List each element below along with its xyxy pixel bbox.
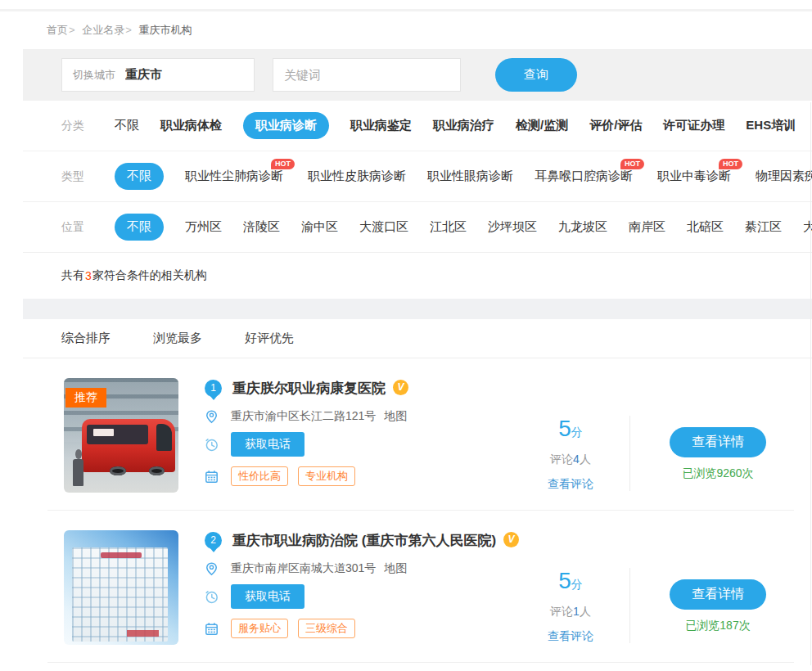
filter-option[interactable]: 职业性皮肤病诊断 bbox=[308, 169, 406, 184]
filter-row-location: 位置 不限 万州区 涪陵区 渝中区 大渡口区 江北区 沙坪坝区 九龙坡区 南岸区… bbox=[23, 202, 812, 253]
filter-option-selected[interactable]: 不限 bbox=[115, 214, 164, 241]
phone-row: 获取电话 bbox=[205, 432, 521, 457]
action-block: 查看详情 已浏览187次 bbox=[645, 579, 791, 645]
filter-label-category: 分类 bbox=[61, 119, 84, 133]
hot-badge: HOT bbox=[620, 159, 644, 169]
comments-suffix: 人 bbox=[580, 453, 591, 466]
sort-tab-most-viewed[interactable]: 浏览最多 bbox=[153, 331, 202, 346]
filter-option[interactable]: 职业性眼病诊断 bbox=[427, 169, 513, 184]
section-gap bbox=[23, 299, 812, 319]
photo-shape bbox=[73, 459, 83, 485]
list-panel: 综合排序 浏览最多 好评优先 推荐 bbox=[23, 319, 812, 671]
filter-option[interactable]: 许可证办理 bbox=[663, 118, 724, 133]
view-reviews-link[interactable]: 查看评论 bbox=[521, 477, 620, 492]
view-reviews-link[interactable]: 查看评论 bbox=[521, 629, 620, 644]
comments-count: 评论1人 bbox=[521, 605, 620, 619]
filter-option[interactable]: 检测/监测 bbox=[516, 118, 568, 133]
breadcrumb-directory[interactable]: 企业名录 bbox=[82, 24, 124, 36]
filter-option[interactable]: 职业中毒诊断 bbox=[657, 169, 731, 182]
photo-shape bbox=[110, 466, 125, 475]
filter-option[interactable]: 大渡口区 bbox=[359, 219, 408, 235]
filter-option[interactable]: EHS培训 bbox=[746, 118, 796, 133]
rating-block: 5分 评论4人 查看评论 bbox=[521, 416, 620, 493]
address-row: 重庆市渝中区长江二路121号 地图 bbox=[205, 409, 521, 424]
filter-option[interactable]: 职业病治疗 bbox=[433, 118, 494, 133]
get-phone-button[interactable]: 获取电话 bbox=[231, 584, 304, 609]
score: 5分 bbox=[521, 416, 620, 442]
sort-tab-best-rated[interactable]: 好评优先 bbox=[245, 331, 294, 346]
location-pin-icon bbox=[205, 562, 219, 576]
comments-number: 1 bbox=[573, 605, 580, 618]
filter-label-location: 位置 bbox=[61, 220, 84, 235]
filter-option[interactable]: 不限 bbox=[115, 118, 139, 133]
sort-tab-composite[interactable]: 综合排序 bbox=[61, 331, 111, 346]
page: 首页> 企业名录> 重庆市机构 切换城市 查询 分类 不限 职业病体检 职业病诊… bbox=[0, 0, 812, 671]
filter-option[interactable]: 职业病鉴定 bbox=[350, 118, 412, 133]
breadcrumb-home[interactable]: 首页 bbox=[47, 24, 68, 36]
view-details-button[interactable]: 查看详情 bbox=[670, 427, 766, 457]
action-block: 查看详情 已浏览9260次 bbox=[645, 427, 791, 493]
filter-option[interactable]: 渝中区 bbox=[301, 219, 338, 235]
result-count-prefix: 共有 bbox=[61, 268, 84, 283]
view-details-button[interactable]: 查看详情 bbox=[670, 579, 766, 610]
filter-option[interactable]: 物理因素疾病诊断 bbox=[756, 169, 812, 184]
rank-pin-icon: 2 bbox=[205, 532, 222, 549]
rating-block: 5分 评论1人 查看评论 bbox=[521, 568, 620, 645]
query-button[interactable]: 查询 bbox=[495, 58, 577, 92]
calendar-icon bbox=[205, 622, 219, 636]
vertical-divider bbox=[629, 568, 630, 643]
filter-option[interactable]: 南岸区 bbox=[629, 219, 665, 235]
listing-name[interactable]: 重庆市职业病防治院 (重庆市第六人民医院) bbox=[232, 532, 496, 550]
phone-row: 获取电话 bbox=[205, 584, 521, 609]
listing-photo[interactable] bbox=[64, 530, 178, 645]
feature-tag: 服务贴心 bbox=[231, 619, 288, 638]
filter-label-type: 类型 bbox=[61, 169, 84, 184]
breadcrumb-separator: > bbox=[69, 24, 75, 36]
city-input[interactable] bbox=[125, 68, 223, 82]
filter-option[interactable]: 职业性尘肺病诊断 bbox=[185, 169, 283, 182]
listing-title-row: 1 重庆朕尔职业病康复医院 V bbox=[205, 380, 521, 398]
address-row: 重庆市南岸区南城大道301号 地图 bbox=[205, 561, 521, 576]
score-number: 5 bbox=[558, 416, 571, 441]
listing-photo[interactable]: 推荐 bbox=[64, 378, 178, 493]
filter-option[interactable]: 评价/评估 bbox=[589, 118, 642, 133]
city-select[interactable]: 切换城市 bbox=[61, 58, 255, 92]
filter-option-hot-wrap: 职业中毒诊断 HOT bbox=[657, 169, 731, 184]
comments-count: 评论4人 bbox=[521, 453, 620, 467]
breadcrumb-current: 重庆市机构 bbox=[138, 24, 192, 36]
divider bbox=[810, 102, 811, 665]
filter-option[interactable]: 江北区 bbox=[430, 219, 467, 235]
filter-option-selected[interactable]: 不限 bbox=[115, 163, 164, 190]
hot-badge: HOT bbox=[719, 159, 742, 169]
filter-option[interactable]: 北碚区 bbox=[687, 219, 724, 235]
vertical-divider bbox=[629, 416, 630, 491]
filter-option[interactable]: 耳鼻喉口腔病诊断 bbox=[535, 169, 633, 182]
location-pin-icon bbox=[205, 410, 219, 424]
city-select-label: 切换城市 bbox=[73, 68, 115, 83]
keyword-box bbox=[273, 58, 461, 92]
filter-option[interactable]: 九龙坡区 bbox=[558, 219, 607, 235]
photo-shape bbox=[149, 466, 165, 475]
next-item-stub bbox=[23, 663, 812, 671]
filter-row-category: 分类 不限 职业病体检 职业病诊断 职业病鉴定 职业病治疗 检测/监测 评价/评… bbox=[23, 101, 812, 151]
listing-address: 重庆市南岸区南城大道301号 bbox=[231, 561, 376, 576]
filter-option[interactable]: 沙坪坝区 bbox=[488, 219, 537, 235]
clock-icon bbox=[205, 438, 219, 452]
filter-option[interactable]: 职业病体检 bbox=[160, 118, 222, 133]
map-link[interactable]: 地图 bbox=[384, 409, 407, 424]
get-phone-button[interactable]: 获取电话 bbox=[231, 432, 304, 457]
recommend-badge: 推荐 bbox=[65, 388, 106, 408]
map-link[interactable]: 地图 bbox=[384, 561, 407, 576]
comments-number: 4 bbox=[573, 453, 580, 466]
listing-name[interactable]: 重庆朕尔职业病康复医院 bbox=[232, 380, 386, 398]
filter-option-selected[interactable]: 职业病诊断 bbox=[243, 112, 329, 139]
result-count-number: 3 bbox=[85, 269, 92, 282]
filter-row-type: 类型 不限 职业性尘肺病诊断 HOT 职业性皮肤病诊断 职业性眼病诊断 耳鼻喉口… bbox=[23, 151, 812, 202]
rank-pin-icon: 1 bbox=[205, 380, 222, 397]
keyword-input[interactable] bbox=[284, 68, 448, 82]
view-count: 已浏览187次 bbox=[645, 619, 791, 633]
filter-option[interactable]: 綦江区 bbox=[745, 219, 782, 235]
filter-option[interactable]: 涪陵区 bbox=[243, 219, 280, 235]
filter-option[interactable]: 万州区 bbox=[185, 219, 222, 235]
comments-prefix: 评论 bbox=[550, 605, 573, 618]
